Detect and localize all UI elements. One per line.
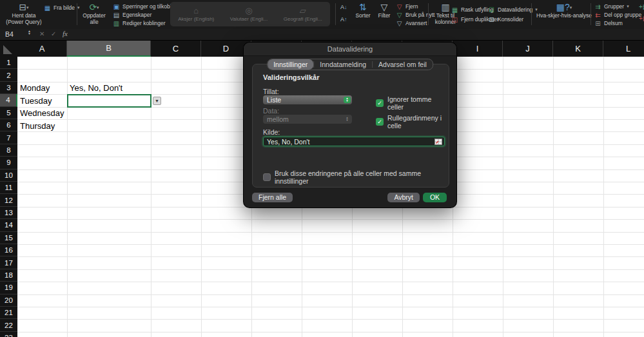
row-header-15[interactable]: 15 [0, 232, 17, 244]
sort-button[interactable]: ⇅ Sorter [351, 2, 375, 19]
confirm-entry-icon[interactable]: ✓ [51, 30, 56, 37]
checked-checkbox-icon: ✓ [376, 118, 384, 126]
column-header-L[interactable]: L [603, 40, 644, 57]
gridline [17, 319, 644, 320]
insert-function-icon[interactable]: fx [63, 30, 68, 37]
row-header-2[interactable]: 2 [0, 69, 17, 81]
subtotal-button[interactable]: ⊞ Delsum [594, 19, 623, 27]
row-header-1[interactable]: 1 [0, 57, 17, 69]
sort-za-icon[interactable]: A↑ [340, 16, 347, 23]
consolidate-icon: ⊡ [488, 16, 495, 23]
row-header-10[interactable]: 10 [0, 169, 17, 182]
tab-settings[interactable]: Innstillinger [268, 59, 313, 70]
properties-button[interactable]: ▤ Egenskaper [113, 11, 151, 19]
subtotal-icon: ⊞ [594, 20, 601, 27]
ungroup-icon: ⇇ [594, 12, 601, 19]
select-all-corner[interactable] [0, 40, 17, 57]
data-validation-button[interactable]: ☑ Datavalidering ▾ [488, 6, 538, 14]
currencies-button: ◎ Valutaer (Engli... [230, 6, 268, 23]
row-header-17[interactable]: 17 [0, 256, 17, 269]
gridline [17, 294, 644, 295]
ungroup-button[interactable]: ⇇ Del opp gruppe ▾ [594, 11, 644, 19]
gridline [503, 57, 503, 337]
group-button[interactable]: ⇉ Grupper ▾ [594, 3, 629, 10]
name-box[interactable]: B4 [5, 30, 14, 38]
ribbon-separator [531, 3, 532, 25]
row-header-19[interactable]: 19 [0, 282, 17, 294]
formula-input[interactable] [76, 29, 644, 40]
ignore-blank-checkbox[interactable]: ✓ Ignorer tomme celler [376, 95, 449, 111]
ribbon-separator [590, 3, 591, 25]
ok-button[interactable]: OK [423, 193, 447, 202]
gridline [17, 332, 644, 332]
column-header-J[interactable]: J [503, 40, 553, 57]
cell-A5[interactable]: Wednesday [20, 108, 64, 118]
cell-A4[interactable]: Tuesday [20, 96, 52, 106]
filter-button[interactable]: ▽ Filter [374, 2, 395, 19]
ribbon-separator [428, 3, 429, 25]
stocks-button: ⌂ Aksjer (English) [178, 6, 214, 23]
from-picture-button[interactable]: ▦ Fra bilde ▾ [44, 4, 80, 12]
selected-cell-outline [67, 94, 151, 107]
clear-all-button[interactable]: Fjern alle [252, 193, 293, 202]
row-header-12[interactable]: 12 [0, 194, 17, 206]
flash-fill-button[interactable]: ▦ Rask utfylling [451, 6, 494, 14]
source-label: Kilde: [263, 128, 280, 136]
cancel-button[interactable]: Avbryt [387, 193, 420, 202]
row-header-21[interactable]: 21 [0, 307, 17, 319]
column-header-A[interactable]: A [17, 40, 67, 57]
in-cell-dropdown-button[interactable]: ▼ [153, 97, 161, 105]
row-header-7[interactable]: 7 [0, 131, 17, 144]
select-all-triangle-icon [3, 45, 12, 54]
row-header-8[interactable]: 8 [0, 144, 17, 157]
allow-dropdown[interactable]: Liste ▲▼ [263, 95, 352, 104]
group-title: Valideringsvilkår [263, 73, 319, 81]
row-header-23[interactable]: 23 [0, 332, 17, 337]
row-header-16[interactable]: 16 [0, 244, 17, 256]
gridline [17, 232, 644, 233]
get-data-button[interactable]: ⊟▾ Hent data (Power Query) [4, 2, 44, 25]
column-header-K[interactable]: K [553, 40, 603, 57]
tab-input-message[interactable]: Inndatamelding [314, 59, 372, 70]
row-header-5[interactable]: 5 [0, 107, 17, 119]
clipped-ribbon-icons: +▦ +▦ [639, 0, 644, 29]
tab-error-alert[interactable]: Advarsel om feil [373, 59, 433, 70]
what-if-analysis-button[interactable]: ▦?▾ Hva-skjer-hvis-analyse [533, 2, 595, 19]
funnel-clear-icon: ▽ [396, 3, 403, 10]
row-header-4[interactable]: 4 [0, 94, 17, 106]
row-header-6[interactable]: 6 [0, 119, 17, 131]
row-header-11[interactable]: 11 [0, 182, 17, 194]
range-selector-icon[interactable] [434, 139, 442, 145]
column-header-B[interactable]: B [67, 40, 151, 57]
row-header-22[interactable]: 22 [0, 319, 17, 331]
map-icon: ▱ [284, 6, 322, 17]
refresh-all-button[interactable]: ⟳▾ Oppdater alle [79, 2, 109, 25]
in-cell-dropdown-checkbox[interactable]: ✓ Rullegardinmeny i celle [376, 114, 449, 130]
gridline [603, 57, 604, 337]
apply-all-checkbox[interactable]: Bruk disse endringene på alle celler med… [263, 169, 449, 185]
chevron-down-icon: ▾ [97, 5, 99, 10]
name-box-stepper[interactable]: ▲▼ [28, 30, 31, 35]
sort-az-icon[interactable]: A↓ [340, 4, 347, 10]
row-header-13[interactable]: 13 [0, 207, 17, 219]
row-header-18[interactable]: 18 [0, 269, 17, 282]
properties-icon: ▤ [113, 12, 120, 19]
column-header-I[interactable]: I [453, 40, 503, 57]
cancel-entry-icon[interactable]: ✕ [39, 30, 44, 37]
cell-B3[interactable]: Yes, No, Don't [70, 83, 122, 93]
clear-filter-button[interactable]: ▽ Fjern [396, 3, 418, 10]
cell-A3[interactable]: Monday [20, 83, 50, 93]
edit-links-button[interactable]: ▥ Rediger koblinger [113, 19, 166, 27]
row-header-3[interactable]: 3 [0, 82, 17, 94]
consolidate-button[interactable]: ⊡ Konsolider [488, 15, 523, 23]
row-header-20[interactable]: 20 [0, 294, 17, 307]
what-if-grid-icon: ▦?▾ [533, 2, 595, 13]
advanced-filter-button[interactable]: ▽ Avansert [396, 19, 427, 27]
chevron-down-icon: ▾ [570, 5, 572, 10]
row-header-14[interactable]: 14 [0, 219, 17, 231]
source-input[interactable]: Yes, No, Don't [263, 137, 445, 146]
cell-A6[interactable]: Thursday [20, 121, 55, 131]
reapply-filter-button[interactable]: ▽ Bruk på nytt [396, 11, 434, 19]
column-header-C[interactable]: C [151, 40, 201, 57]
row-header-9[interactable]: 9 [0, 157, 17, 169]
